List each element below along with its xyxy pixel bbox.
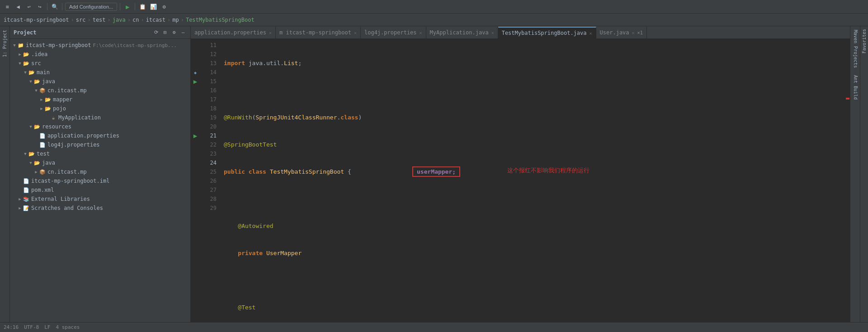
pom-label: pom.xml (31, 187, 54, 193)
editor-area[interactable]: userMapper; 这个报红不影响我们程序的运行 ◆ ▶ (191, 39, 850, 322)
breadcrumb-cn[interactable]: cn (132, 17, 139, 23)
ln-20: 20 (200, 122, 220, 131)
favorites-label[interactable]: Favorites (860, 26, 868, 56)
ln-16: 16 (200, 86, 220, 95)
tab-testmybatis-close[interactable]: ✕ (590, 31, 592, 36)
toolbar-btn-6[interactable]: ⚙ (160, 2, 169, 11)
tab-myapp[interactable]: MyApplication.java ✕ (426, 27, 498, 38)
tp-label: cn.itcast.mp (47, 169, 87, 175)
tab-app-props[interactable]: application.properties ✕ (191, 27, 276, 38)
status-bar: 24:16 UTF-8 LF 4 spaces (0, 322, 868, 332)
tab-myapp-close[interactable]: ✕ (491, 30, 494, 35)
ln-27: 27 (200, 185, 220, 194)
breadcrumb-file[interactable]: TestMybatisSpringBoot (186, 17, 255, 23)
tab-app-props-close[interactable]: ✕ (269, 30, 272, 35)
ln-23: 23 (200, 149, 220, 158)
java-label: java (42, 78, 55, 85)
gutter-run-21[interactable]: ▶ (191, 131, 200, 140)
tree-item-scratches[interactable]: ▶ 📝 Scratches and Consoles (10, 204, 190, 213)
tree-item-idea[interactable]: ▶ 📂 .idea (10, 50, 190, 59)
breadcrumb-itcast[interactable]: itcast (146, 17, 165, 23)
test-label: test (37, 151, 50, 157)
tree-item-log4j[interactable]: ▶ 📄 log4j.properties (10, 140, 190, 149)
tp-arrow: ▶ (33, 170, 39, 174)
code-editor[interactable]: import java.util.List; @RunWith(SpringJU… (220, 39, 845, 322)
tab-myapp-label: MyApplication.java (430, 29, 489, 36)
tp-icon: 📦 (39, 169, 46, 175)
toolbar-btn-redo[interactable]: ↪ (35, 2, 44, 11)
tree-item-myapp[interactable]: ▶ ☕ MyApplication (10, 113, 190, 122)
res-label: resources (42, 123, 71, 130)
tree-item-cn-itcast-mp[interactable]: ▼ 📦 cn.itcast.mp (10, 86, 190, 95)
tree-item-external[interactable]: ▶ 📚 External Libraries (10, 194, 190, 204)
root-icon: 📁 (17, 42, 24, 48)
tree-item-src[interactable]: ▼ 📂 src (10, 59, 190, 68)
idea-icon: 📂 (23, 51, 30, 57)
iml-icon: 📄 (23, 178, 30, 184)
tree-item-pojo[interactable]: ▶ 📂 pojo (10, 104, 190, 113)
gutter-run-15[interactable]: ▶ (191, 77, 200, 86)
toolbar-btn-search[interactable]: 🔍 (50, 2, 59, 11)
tab-log4j-label: log4j.properties (364, 29, 417, 36)
minimize-button[interactable]: — (179, 29, 187, 36)
breadcrumb-mp[interactable]: mp (172, 17, 179, 23)
sep-3 (120, 3, 120, 10)
popup-userMapper: userMapper; (412, 166, 460, 177)
toolbar-btn-undo[interactable]: ↩ (24, 2, 33, 11)
toolbar-btn-2[interactable]: ◀ (14, 2, 23, 11)
tree-item-iml[interactable]: ▶ 📄 itcast-mp-springboot.iml (10, 176, 190, 185)
toolbar-btn-1[interactable]: ≡ (3, 2, 12, 11)
breadcrumb-test[interactable]: test (93, 17, 106, 23)
java-arrow: ▼ (28, 79, 33, 84)
tree-item-test-pkg[interactable]: ▶ 📦 cn.itcast.mp (10, 167, 190, 176)
tree-item-mapper[interactable]: ▶ 📂 mapper (10, 95, 190, 104)
main-icon: 📂 (28, 69, 35, 76)
collapse-button[interactable]: ⊟ (161, 29, 169, 36)
error-stripe (845, 39, 850, 322)
breadcrumb-java[interactable]: java (113, 17, 126, 23)
status-line-sep: LF (44, 324, 50, 330)
toolbar-btn-4[interactable]: 📋 (138, 2, 147, 11)
settings-button[interactable]: ⚙ (170, 29, 178, 36)
tree-item-app-props[interactable]: ▶ 📄 application.properties (10, 131, 190, 140)
right-panel: Maven Projects Ant Build (850, 26, 860, 322)
maven-tab[interactable]: Maven Projects (850, 26, 860, 71)
ln-21: 21 (200, 131, 220, 140)
mapper-icon: 📂 (44, 96, 52, 103)
tree-item-resources[interactable]: ▼ 📂 resources (10, 122, 190, 131)
add-config-button[interactable]: Add Configuration... (65, 3, 117, 11)
ln-29: 29 (200, 204, 220, 213)
tab-user-close[interactable]: ✕ (632, 30, 635, 35)
sync-button[interactable]: ⟳ (152, 29, 160, 36)
tree-item-pom[interactable]: ▶ 📄 pom.xml (10, 185, 190, 194)
tree-item-main[interactable]: ▼ 📂 main (10, 68, 190, 77)
tab-log4j[interactable]: log4j.properties ✕ (361, 27, 426, 38)
tree-item-java[interactable]: ▼ 📂 java (10, 77, 190, 86)
ln-14: 14 (200, 68, 220, 77)
error-dot-1 (846, 98, 849, 100)
ln-28: 28 (200, 194, 220, 204)
tree-root[interactable]: ▼ 📁 itcast-mp-springboot F:\code\itcast-… (10, 41, 190, 50)
code-line-20: @Test (224, 303, 845, 312)
tree-item-test[interactable]: ▼ 📂 test (10, 149, 190, 158)
tab-springboot[interactable]: m itcast-mp-springboot ✕ (276, 27, 361, 38)
breadcrumb-src[interactable]: src (76, 17, 86, 23)
tab-log4j-close[interactable]: ✕ (420, 30, 422, 35)
toolbar-btn-5[interactable]: 📊 (149, 2, 158, 11)
status-encoding: UTF-8 (24, 324, 39, 330)
ln-17: 17 (200, 95, 220, 104)
breadcrumb-project[interactable]: itcast-mp-springboot (4, 17, 69, 23)
ap-icon: 📄 (39, 133, 46, 139)
line-numbers: 11 12 13 14 15 16 17 18 19 20 21 22 23 2… (200, 39, 220, 322)
pom-icon: 📄 (23, 187, 30, 193)
ant-tab[interactable]: Ant Build (850, 71, 860, 103)
left-tab-1[interactable]: 1: Project (0, 26, 9, 61)
main-area: 1: Project Project ⟳ ⊟ ⚙ — ▼ 📁 itcast-mp… (0, 26, 868, 322)
tab-user[interactable]: User.java ✕ ×1 (596, 27, 647, 38)
tab-springboot-close[interactable]: ✕ (354, 30, 357, 35)
tree-item-test-java[interactable]: ▼ 📂 java (10, 158, 190, 167)
tab-bar: application.properties ✕ m itcast-mp-spr… (191, 26, 850, 39)
tab-testmybatis[interactable]: TestMybatisSpringBoot.java ✕ (498, 27, 596, 38)
log-label: log4j.properties (47, 142, 100, 148)
run-button[interactable]: ▶ (123, 2, 132, 11)
